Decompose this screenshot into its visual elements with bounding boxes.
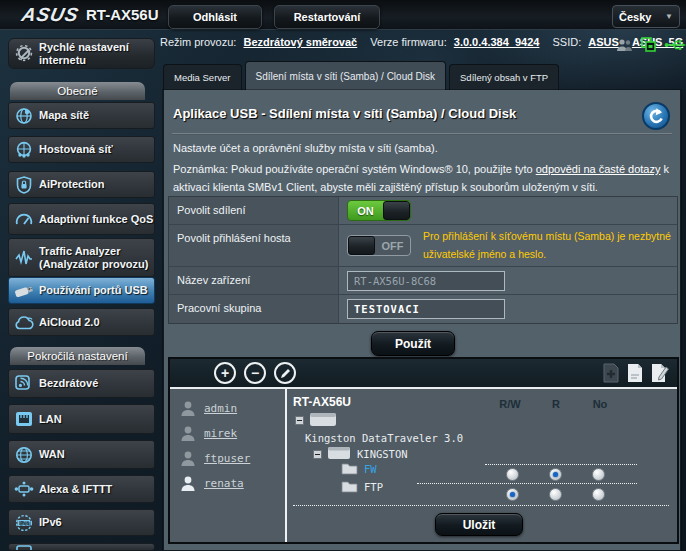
user-row-renata-selected[interactable]: renata [170,471,285,496]
radio-fw-rw[interactable] [506,468,519,481]
enable-share-toggle[interactable]: ON [347,200,411,221]
sidebar-item-guest-network[interactable]: Hostovaná síť [8,136,155,163]
gauge-icon [9,211,39,227]
save-button[interactable]: Uložit [435,513,523,536]
sidebar-item-aiprotection[interactable]: AiProtection [8,171,155,198]
add-user-button[interactable]: + [214,362,236,384]
folder-label-fw[interactable]: FW [364,463,377,475]
partition-icon[interactable] [327,445,351,460]
clients-icon[interactable] [616,38,633,53]
ssid-24g-link[interactable]: ASUS [588,36,619,48]
page-description: Nastavte účet a oprávnění služby místa v… [173,142,438,154]
radio-fw-no[interactable] [592,468,605,481]
share-body: admin mirek ftpuser renata [170,389,677,542]
table-row: Povolit přihlášení hosta OFF Pro přihláš… [169,225,677,267]
tab-ftp-share[interactable]: Sdílený obsah v FTP [449,64,559,90]
folder-icon[interactable] [341,480,358,493]
column-header-rw: R/W [490,398,530,410]
edit-user-button[interactable] [274,362,296,384]
apply-button[interactable]: Použít [371,331,455,356]
sidebar-item-label: WAN [39,448,65,461]
disk-label[interactable]: Kingston DataTraveler 3.0 [305,432,463,444]
firmware-version-link[interactable]: 3.0.0.4.384_9424 [454,36,540,48]
sidebar-item-label: Hostovaná síť [39,143,113,156]
sidebar-item-label: LAN [39,413,62,426]
edit-document-icon[interactable] [651,363,669,383]
table-row: Název zařízení RT-AX56U-8C68 [169,267,677,295]
radio-ftp-r[interactable] [549,488,562,501]
document-icon[interactable] [627,363,643,383]
operation-mode-link[interactable]: Bezdrátový směrovač [243,36,357,48]
collapse-disk-button[interactable] [295,416,304,425]
radio-ftp-no[interactable] [592,488,605,501]
workgroup-label: Pracovní skupina [169,295,339,323]
folder-tree-panel: RT-AX56U Kingston DataTraveler 3.0 KINGS… [287,389,677,542]
remove-user-button[interactable]: − [244,362,266,384]
faq-link[interactable]: odpovědi na časté dotazy [536,163,661,175]
device-tree-root: RT-AX56U [293,395,351,409]
usb-disk-icon[interactable] [309,410,337,427]
user-name: admin [204,402,237,415]
folder-label-ftp[interactable]: FTP [364,481,383,493]
tab-media-server[interactable]: Media Server [163,64,242,90]
user-list: admin mirek ftpuser renata [170,389,287,542]
sidebar-item-lan[interactable]: LAN [8,404,155,434]
radio-ftp-rw-selected[interactable] [506,488,519,501]
sidebar-item-ipv6[interactable]: IPV6 IPv6 [8,509,155,536]
workgroup-field[interactable]: TESTOVACI [347,299,505,319]
quick-internet-setup-button[interactable]: Rychlé nastavení internetu [8,38,155,69]
share-permissions-block: + − admin [168,357,679,544]
back-button[interactable] [642,102,670,130]
partition-label[interactable]: KINGSTON [357,448,408,460]
title-divider [172,133,672,135]
user-icon-selected [180,475,196,492]
gear-wand-icon [9,44,39,63]
user-row-mirek[interactable]: mirek [170,421,285,446]
user-row-ftpuser[interactable]: ftpuser [170,446,285,471]
share-toolbar: + − [170,359,677,389]
user-name: mirek [204,427,237,440]
note-prefix: Poznámka: Pokud používáte operační systé… [173,163,536,175]
sidebar-item-alexa-ifttt[interactable]: Alexa & IFTTT [8,475,155,503]
user-icon [180,450,196,467]
sidebar-item-label: Používání portů USB [39,284,148,297]
usb-drive-icon [9,284,39,298]
folder-icon[interactable] [341,462,358,475]
status-icons [616,37,686,53]
tab-samba-cloud-disk[interactable]: Sdílení místa v síti (Samba) / Cloud Dis… [245,61,447,90]
language-label: Česky [619,11,651,23]
add-share-doc-icon[interactable] [603,363,619,383]
asus-logo: ASUS [20,4,81,26]
toggle-knob [383,201,410,220]
reboot-button[interactable]: Restartování [274,5,380,29]
sidebar-item-wireless[interactable]: Bezdrátové [8,369,155,398]
pencil-icon [280,368,291,379]
cloud-icon [9,315,39,330]
radio-fw-r-selected[interactable] [549,468,562,481]
printer-icon[interactable] [640,37,657,53]
column-header-r: R [536,398,576,410]
sidebar-item-network-map[interactable]: Mapa sítě [8,102,155,129]
shield-lock-icon [9,176,39,194]
sidebar-item-label: Bezdrátové [39,377,98,390]
sidebar-item-adaptive-qos[interactable]: Adaptivní funkce QoS [8,203,155,235]
usb-plug-icon[interactable] [664,38,686,52]
user-icon [180,425,196,442]
device-name-field[interactable]: RT-AX56U-8C68 [347,271,505,291]
back-arrow-icon [647,107,665,125]
wireless-icon [9,375,39,393]
sidebar-item-traffic-analyzer[interactable]: Traffic Analyzer (Analyzátor provozu) [8,238,155,277]
language-selector[interactable]: Česky ▼ [612,5,680,28]
logout-button[interactable]: Odhlásit [168,5,262,29]
sidebar-item-usb-application[interactable]: Používání portů USB [8,277,155,304]
collapse-partition-button[interactable] [313,450,322,459]
guest-login-toggle[interactable]: OFF [347,235,411,256]
guest-network-icon [9,141,39,159]
sidebar-item-label: Alexa & IFTTT [39,483,112,496]
sidebar-item-partial[interactable] [8,543,155,551]
svg-text:IPV6: IPV6 [19,520,29,525]
user-row-admin[interactable]: admin [170,396,285,421]
sidebar-item-wan[interactable]: WAN [8,440,155,469]
sidebar-item-aicloud[interactable]: AiCloud 2.0 [8,308,155,336]
sidebar-item-label: AiCloud 2.0 [39,316,100,329]
